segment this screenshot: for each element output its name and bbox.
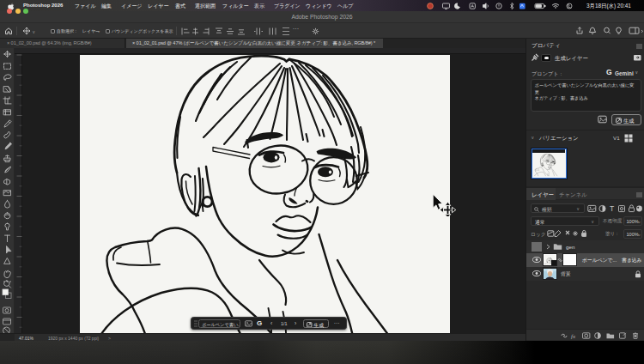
svg-text:fx: fx — [571, 333, 576, 339]
svg-text:T: T — [610, 204, 614, 213]
